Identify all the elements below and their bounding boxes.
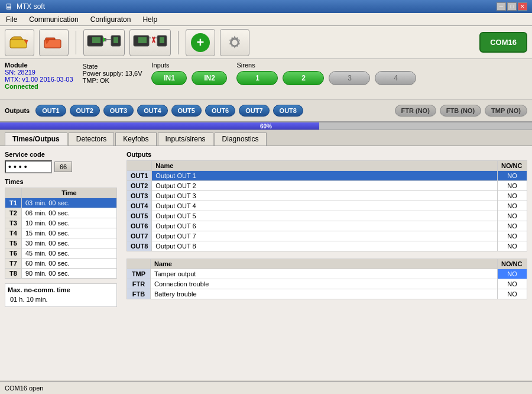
times-row[interactable]: T7 60 min. 00 sec. [5, 259, 117, 269]
output-row[interactable]: OUT5 Output OUT 5 NO [127, 211, 527, 221]
output-row[interactable]: OUT1 Output OUT 1 NO [127, 171, 527, 181]
progress-bar-container: 60% [0, 122, 532, 130]
maximize-button[interactable]: □ [507, 2, 517, 11]
outputs-table: Name NO/NC OUT1 Output OUT 1 NO OUT2 Out… [126, 160, 527, 251]
output-row[interactable]: OUT7 Output OUT 7 NO [127, 231, 527, 241]
close-button[interactable]: ✕ [518, 2, 527, 11]
tab-inputs-sirens[interactable]: Inputs/sirens [158, 133, 213, 146]
times-label: Times [5, 178, 117, 185]
output-name: Output OUT 2 [152, 181, 498, 191]
special-output-name: Connection trouble [151, 279, 498, 289]
times-row[interactable]: T2 06 min. 00 sec. [5, 208, 117, 218]
special-output-label: TMP [127, 269, 151, 279]
svg-rect-1 [10, 40, 27, 48]
times-row[interactable]: T3 10 min. 00 sec. [5, 218, 117, 228]
output-label: OUT8 [127, 241, 152, 251]
save-button[interactable] [39, 29, 69, 56]
module-sn: SN: 28219 [5, 69, 73, 76]
tab-diagnostics[interactable]: Diagnostics [215, 133, 267, 146]
times-row[interactable]: T1 03 min. 00 sec. [5, 198, 117, 208]
svg-rect-16 [160, 37, 164, 43]
siren-btn-4[interactable]: 4 [375, 71, 416, 85]
settings-button[interactable] [220, 29, 249, 56]
times-row-id: T4 [5, 228, 22, 238]
times-col-time: Time [22, 188, 117, 198]
output-name: Output OUT 5 [152, 211, 498, 221]
svg-marker-12 [103, 37, 105, 43]
times-row-id: T1 [5, 198, 22, 208]
times-row[interactable]: T6 45 min. 00 sec. [5, 248, 117, 259]
special-output-row[interactable]: TMP Tamper output NO [127, 269, 527, 279]
siren-btn-1[interactable]: 1 [236, 71, 278, 85]
output-row[interactable]: OUT4 Output OUT 4 NO [127, 201, 527, 211]
out-btn-out6[interactable]: OUT6 [205, 105, 235, 117]
output-nonc: NO [498, 231, 527, 241]
minimize-button[interactable]: ─ [497, 2, 506, 11]
out-btn-out5[interactable]: OUT5 [171, 105, 202, 117]
out-btn-ftr[interactable]: FTR (NO) [395, 105, 436, 117]
times-row[interactable]: T4 15 min. 00 sec. [5, 228, 117, 238]
output-label: OUT6 [127, 221, 152, 231]
connect-button[interactable] [83, 29, 125, 56]
output-nonc: NO [498, 221, 527, 231]
service-code-ok-button[interactable]: 66 [54, 162, 72, 172]
siren-btn-3[interactable]: 3 [329, 71, 370, 85]
disconnect-button[interactable] [129, 29, 171, 56]
toolbar: + COM16 [0, 26, 532, 59]
toolbar-separator-2 [178, 31, 179, 54]
special-output-row[interactable]: FTB Battery trouble NO [127, 289, 527, 299]
main-content: Service code 66 Times Time T1 03 min. 00… [0, 146, 532, 380]
special-col-name: Name [151, 259, 498, 269]
service-code-input[interactable] [5, 160, 52, 173]
menu-configuration[interactable]: Configuraton [87, 14, 135, 25]
add-button[interactable]: + [186, 29, 215, 56]
tab-keyfobs[interactable]: Keyfobs [115, 133, 156, 146]
input-btn-in1[interactable]: IN1 [151, 71, 187, 85]
times-row[interactable]: T8 90 min. 00 sec. [5, 269, 117, 279]
output-row[interactable]: OUT8 Output OUT 8 NO [127, 241, 527, 251]
out-btn-tmp[interactable]: TMP (NO) [485, 105, 527, 117]
times-row-value: 10 min. 00 sec. [22, 218, 117, 228]
times-row-id: T5 [5, 238, 22, 248]
sirens-label: Sirens [236, 62, 416, 69]
out-btn-out1[interactable]: OUT1 [35, 105, 66, 117]
times-row-id: T6 [5, 248, 22, 259]
title-bar: 🖥 MTX soft ─ □ ✕ [0, 0, 532, 13]
menu-communication[interactable]: Communication [25, 14, 82, 25]
special-col-label [127, 259, 151, 269]
tmp-text: TMP: OK [83, 77, 142, 84]
output-row[interactable]: OUT2 Output OUT 2 NO [127, 181, 527, 191]
inputs-label: Inputs [151, 62, 227, 69]
special-output-name: Battery trouble [151, 289, 498, 299]
svg-rect-14 [138, 37, 147, 43]
output-label: OUT2 [127, 181, 152, 191]
com-port-button[interactable]: COM16 [479, 32, 527, 53]
output-label: OUT1 [127, 171, 152, 181]
menu-help[interactable]: Help [139, 14, 161, 25]
siren-btn-2[interactable]: 2 [283, 71, 324, 85]
tab-detectors[interactable]: Detectors [69, 133, 114, 146]
special-output-label: FTR [127, 279, 151, 289]
output-row[interactable]: OUT3 Output OUT 3 NO [127, 191, 527, 201]
out-btn-out8[interactable]: OUT8 [273, 105, 303, 117]
out-btn-out3[interactable]: OUT3 [103, 105, 134, 117]
app-icon: 🖥 [5, 2, 13, 11]
sirens-section: Sirens 1 2 3 4 [236, 62, 416, 85]
window-controls[interactable]: ─ □ ✕ [497, 2, 527, 11]
max-comm-section: Max. no-comm. time 01 h. 10 min. [5, 283, 117, 307]
inputs-buttons: IN1 IN2 [151, 71, 227, 85]
out-btn-out2[interactable]: OUT2 [70, 105, 100, 117]
special-output-row[interactable]: FTR Connection trouble NO [127, 279, 527, 289]
output-row[interactable]: OUT6 Output OUT 6 NO [127, 221, 527, 231]
tab-times-outputs[interactable]: Times/Outpus [5, 133, 67, 146]
times-row-value: 30 min. 00 sec. [22, 238, 117, 248]
menu-file[interactable]: File [2, 14, 21, 25]
outputs-section-label: Outputs [126, 151, 527, 158]
open-button[interactable] [5, 29, 34, 56]
out-btn-out7[interactable]: OUT7 [239, 105, 269, 117]
out-btn-out4[interactable]: OUT4 [137, 105, 167, 117]
times-row[interactable]: T5 30 min. 00 sec. [5, 238, 117, 248]
input-btn-in2[interactable]: IN2 [192, 71, 227, 85]
state-label: State [83, 63, 142, 70]
out-btn-ftb[interactable]: FTB (NO) [440, 105, 481, 117]
